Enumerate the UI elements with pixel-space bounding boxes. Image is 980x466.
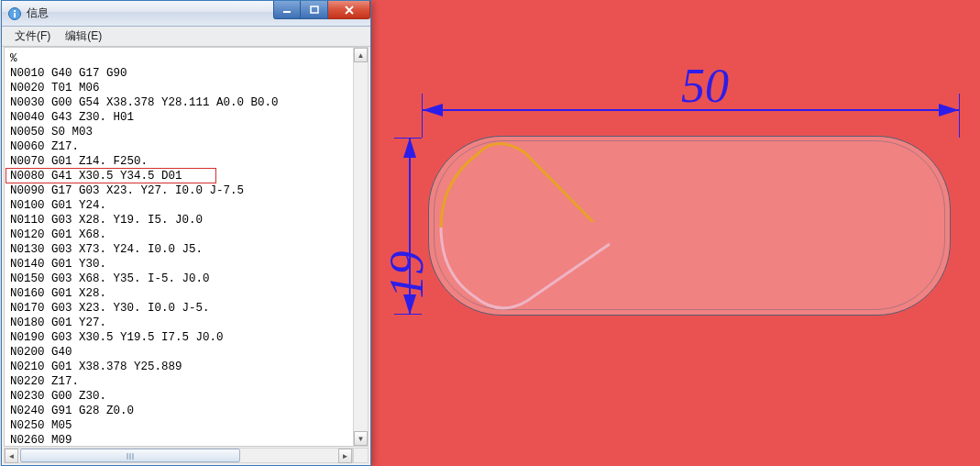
horizontal-scrollbar[interactable]: ◄ ► — [4, 448, 353, 463]
gcode-line: N0140 G01 Y30. — [10, 257, 362, 272]
gcode-line: N0020 T01 M06 — [10, 81, 362, 95]
window-controls — [273, 1, 370, 19]
info-icon — [7, 6, 22, 21]
vertical-scrollbar[interactable]: ▲ ▼ — [353, 47, 369, 447]
gcode-line: N0090 G17 G03 X23. Y27. I0.0 J-7.5 — [10, 183, 362, 198]
menubar: 文件(F) 编辑(E) — [2, 27, 370, 47]
minimize-button[interactable] — [273, 1, 301, 19]
gcode-line: N0070 G01 Z14. F250. — [10, 154, 362, 169]
gcode-line: N0030 G00 G54 X38.378 Y28.111 A0.0 B0.0 — [10, 95, 362, 110]
maximize-button[interactable] — [301, 1, 328, 19]
gcode-line: N0050 S0 M03 — [10, 125, 362, 139]
gcode-line: N0180 G01 Y27. — [10, 316, 362, 330]
scroll-left-button[interactable]: ◄ — [5, 449, 18, 463]
gcode-line: N0060 Z17. — [10, 139, 362, 154]
dim-arrowhead — [403, 138, 416, 158]
svg-rect-4 — [311, 6, 318, 13]
info-window: 信息 文件(F) 编辑(E) %N0010 G40 G17 G90N0020 T… — [1, 0, 371, 466]
gcode-line: N0210 G01 X38.378 Y25.889 — [10, 360, 362, 374]
gcode-line: N0250 M05 — [10, 418, 362, 433]
gcode-line: N0040 G43 Z30. H01 — [10, 110, 362, 125]
gcode-line: N0260 M09 — [10, 433, 362, 447]
gcode-line: N0240 G91 G28 Z0.0 — [10, 404, 362, 418]
scroll-right-button[interactable]: ► — [338, 449, 352, 463]
dim-label-height: 19 — [380, 251, 434, 299]
dim-label-width: 50 — [681, 59, 729, 113]
gcode-line: N0220 Z17. — [10, 374, 362, 389]
gcode-line: N0100 G01 Y24. — [10, 198, 362, 213]
scroll-down-button[interactable]: ▼ — [354, 431, 368, 446]
gcode-line: N0150 G03 X68. Y35. I-5. J0.0 — [10, 272, 362, 286]
gcode-line: N0130 G03 X73. Y24. I0.0 J5. — [10, 242, 362, 257]
svg-rect-2 — [14, 10, 16, 12]
gcode-line: N0120 G01 X68. — [10, 227, 362, 242]
dim-arrowhead — [939, 104, 959, 116]
scroll-thumb-h[interactable] — [20, 449, 240, 462]
gcode-line: % — [10, 51, 362, 66]
titlebar[interactable]: 信息 — [2, 1, 370, 27]
resize-grip[interactable] — [353, 448, 369, 463]
menu-file[interactable]: 文件(F) — [7, 27, 58, 46]
gcode-line: N0200 G40 — [10, 345, 362, 360]
gcode-line: N0230 G00 Z30. — [10, 389, 362, 404]
scroll-up-button[interactable]: ▲ — [354, 48, 368, 62]
gcode-line: N0170 G03 X23. Y30. I0.0 J-5. — [10, 301, 362, 316]
close-button[interactable] — [328, 1, 370, 19]
gcode-line: N0160 G01 X28. — [10, 286, 362, 301]
gcode-line: N0010 G40 G17 G90 — [10, 66, 362, 81]
dim-arrowhead — [423, 104, 443, 116]
svg-rect-1 — [14, 13, 16, 17]
svg-rect-3 — [283, 11, 291, 13]
gcode-listing[interactable]: %N0010 G40 G17 G90N0020 T01 M06N0030 G00… — [4, 47, 369, 447]
gcode-line: N0080 G41 X30.5 Y34.5 D01 — [10, 169, 362, 183]
toolpath-overlay — [428, 136, 951, 316]
dim-ext-line — [959, 94, 960, 138]
menu-edit[interactable]: 编辑(E) — [58, 27, 109, 46]
window-title: 信息 — [27, 6, 49, 21]
gcode-line: N0110 G03 X28. Y19. I5. J0.0 — [10, 213, 362, 227]
gcode-line: N0190 G03 X30.5 Y19.5 I7.5 J0.0 — [10, 330, 362, 345]
